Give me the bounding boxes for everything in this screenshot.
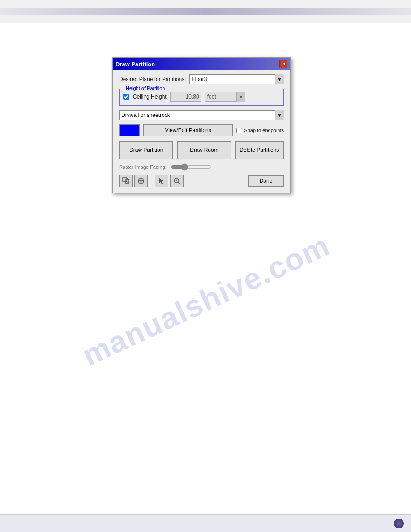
svg-line-10 [178,182,180,184]
top-view-icon [137,177,145,185]
top-bar [0,0,411,23]
svg-point-7 [140,180,142,182]
unit-select-wrapper: feet meters inches ▼ [205,92,245,102]
raster-row: Raster Image Fading: [119,164,284,170]
bottom-row: Done [119,175,284,187]
bottom-bar [0,514,411,532]
dialog-close-button[interactable]: ✕ [279,60,287,68]
icon2-button[interactable] [134,175,148,187]
color-swatch[interactable] [119,124,140,136]
dialog-body: Desired Plane for Partitions: Floor3 Flo… [113,70,290,193]
icon4-button[interactable] [170,175,184,187]
view-edit-button[interactable]: View/Edit Partitions [143,124,233,136]
material-select[interactable]: Drywall or sheetrock Brick Concrete Glas… [119,110,284,120]
top-bar-stripe [0,8,411,15]
view-edit-row: View/Edit Partitions Snap to endpoints [119,124,284,136]
snap-checkbox[interactable] [236,128,242,133]
draw-partition-button[interactable]: Draw Partition [119,141,173,159]
svg-marker-8 [159,178,163,184]
plane-select-wrapper: Floor3 Floor1 Floor2 Floor3 Floor4 ▼ [189,74,284,84]
draw-room-button[interactable]: Draw Room [177,141,231,159]
desired-plane-row: Desired Plane for Partitions: Floor3 Flo… [119,74,284,84]
raster-label: Raster Image Fading: [119,164,167,170]
plane-label: Desired Plane for Partitions: [119,76,186,82]
ceiling-height-row: Ceiling Height 10.80 feet meters inches … [123,92,280,102]
height-value-input[interactable]: 10.80 [170,92,201,102]
dialog-title: Draw Partition [116,61,155,68]
unit-select[interactable]: feet meters inches [205,92,236,102]
ceiling-height-label[interactable]: Ceiling Height [133,94,167,100]
material-select-wrapper: Drywall or sheetrock Brick Concrete Glas… [119,110,284,120]
icon1-button[interactable] [119,175,133,187]
delete-partitions-button[interactable]: Delete Partitions [235,141,284,159]
icons-group [119,175,184,187]
icon3-button[interactable] [155,175,168,187]
snap-label[interactable]: Snap to endpoints [244,128,284,133]
ceiling-height-checkbox[interactable] [123,94,129,100]
done-button[interactable]: Done [248,175,284,187]
dialog-titlebar: Draw Partition ✕ [113,58,290,70]
height-group-legend: Height of Partition [124,86,167,91]
zoom-icon [173,177,181,185]
raster-slider[interactable] [171,164,211,170]
draw-partition-dialog: Draw Partition ✕ Desired Plane for Parti… [112,57,291,193]
bottom-circle-icon [394,519,404,528]
material-row: Drywall or sheetrock Brick Concrete Glas… [119,110,284,120]
draw-buttons-row: Draw Partition Draw Room Delete Partitio… [119,141,284,159]
height-of-partition-group: Height of Partition Ceiling Height 10.80… [119,89,284,106]
3d-view-icon [122,177,130,185]
snap-container: Snap to endpoints [236,128,284,133]
select-icon [158,177,166,185]
plane-select[interactable]: Floor3 Floor1 Floor2 Floor3 Floor4 [189,74,284,84]
unit-select-arrow-icon: ▼ [236,92,245,102]
